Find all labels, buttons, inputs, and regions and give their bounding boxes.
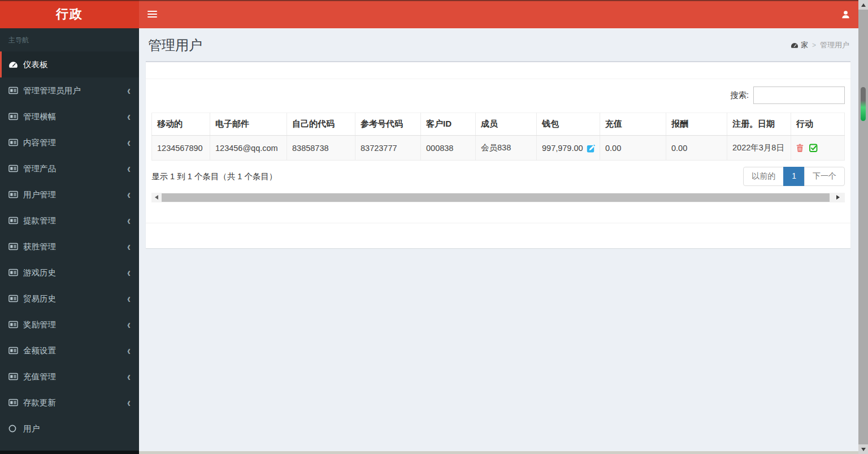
sidebar-item-manage-admin-users[interactable]: 管理管理员用户 ‹ [0, 77, 139, 103]
horizontal-scrollbar-thumb[interactable] [162, 193, 830, 202]
sidebar-item-label: 用户管理 [23, 189, 127, 200]
column-header-member[interactable]: 成员 [476, 113, 537, 136]
approve-user-icon[interactable] [809, 144, 818, 152]
sidebar-item-label: 获胜管理 [23, 241, 127, 252]
cell-member: 会员838 [476, 136, 537, 161]
chevron-left-icon: ‹ [127, 188, 131, 201]
pagination-next-button[interactable]: 下一个 [804, 167, 845, 186]
sidebar-item-users[interactable]: 用户 [0, 416, 139, 442]
newspaper-icon [8, 217, 23, 224]
sidebar-item-label: 用户 [23, 423, 131, 434]
main-area: 管理用户 家 > 管理用户 搜索: [139, 0, 858, 454]
user-menu-button[interactable] [832, 0, 858, 28]
sidebar-item-label: 内容管理 [23, 137, 127, 148]
cell-recharge: 0.00 [600, 136, 666, 161]
scroll-down-button[interactable] [858, 444, 868, 454]
brand-title: 行政 [56, 6, 83, 23]
chevron-left-icon: ‹ [127, 292, 131, 305]
column-header-wallet[interactable]: 钱包 [537, 113, 600, 136]
column-header-mobile[interactable]: 移动的 [152, 113, 210, 136]
chevron-left-icon: ‹ [127, 266, 131, 279]
breadcrumb-current: 管理用户 [820, 40, 849, 50]
sidebar-item-label: 贸易历史 [23, 293, 127, 304]
vertical-scrollbar-thumb[interactable] [861, 87, 866, 121]
sidebar-item-label: 提款管理 [23, 215, 127, 226]
breadcrumb-home-label: 家 [801, 40, 808, 50]
table-footer: 显示 1 到 1 个条目（共 1 个条目） 以前的 1 下一个 [151, 167, 845, 186]
sidebar-item-manage-products[interactable]: 管理产品 ‹ [0, 155, 139, 181]
window-bottom-edge-dark [0, 451, 139, 454]
entries-info: 显示 1 到 1 个条目（共 1 个条目） [151, 171, 277, 182]
arrow-down-icon [861, 448, 866, 451]
chevron-left-icon: ‹ [127, 396, 131, 409]
edit-wallet-icon[interactable] [587, 144, 596, 153]
users-table: 移动的 电子邮件 自己的代码 参考号代码 客户ID 成员 钱包 充值 报酬 注册… [151, 113, 845, 161]
window-bottom-edge-light [139, 451, 858, 454]
column-header-recharge[interactable]: 充值 [600, 113, 666, 136]
top-navbar [139, 0, 858, 28]
sidebar-section-header: 主导航 [0, 28, 139, 51]
sidebar-item-label: 游戏历史 [23, 267, 127, 278]
sidebar-item-game-history[interactable]: 游戏历史 ‹ [0, 260, 139, 286]
search-row: 搜索: [151, 87, 845, 104]
cell-ref-code: 83723777 [355, 136, 421, 161]
column-header-email[interactable]: 电子邮件 [210, 113, 287, 136]
column-header-customer-id[interactable]: 客户ID [421, 113, 476, 136]
newspaper-icon [8, 165, 23, 172]
chevron-left-icon: ‹ [127, 84, 131, 97]
scroll-up-button[interactable] [858, 0, 868, 10]
sidebar-item-winning-management[interactable]: 获胜管理 ‹ [0, 234, 139, 260]
sidebar-item-trade-history[interactable]: 贸易历史 ‹ [0, 286, 139, 312]
card-header [146, 62, 850, 79]
dashboard-gauge-icon [791, 42, 798, 49]
brand-logo[interactable]: 行政 [0, 0, 139, 28]
chevron-left-icon: ‹ [127, 162, 131, 175]
sidebar-item-withdrawal-management[interactable]: 提款管理 ‹ [0, 207, 139, 234]
table-header-row: 移动的 电子邮件 自己的代码 参考号代码 客户ID 成员 钱包 充值 报酬 注册… [152, 113, 845, 136]
sidebar-item-label: 仪表板 [23, 59, 131, 70]
cell-reward: 0.00 [666, 136, 727, 161]
card-body: 搜索: 移动的 电子邮件 自己的代 [146, 79, 850, 223]
circle-icon [8, 425, 23, 433]
column-header-ref-code[interactable]: 参考号代码 [355, 113, 421, 136]
breadcrumb-home-link[interactable]: 家 [791, 40, 808, 50]
newspaper-icon [8, 399, 23, 407]
sidebar-item-dashboard[interactable]: 仪表板 [0, 51, 139, 77]
vertical-scrollbar-track[interactable] [858, 10, 868, 444]
sidebar-item-manage-banners[interactable]: 管理横幅 ‹ [0, 103, 139, 129]
table-row: 1234567890 123456@qq.com 83858738 837237… [152, 136, 845, 161]
scroll-left-arrow-icon[interactable] [155, 195, 158, 200]
user-icon [841, 10, 850, 19]
chevron-left-icon: ‹ [127, 318, 131, 331]
page-title: 管理用户 [148, 36, 202, 54]
cell-mobile: 1234567890 [152, 136, 210, 161]
newspaper-icon [8, 321, 23, 328]
newspaper-icon [8, 191, 23, 198]
delete-user-icon[interactable] [796, 144, 804, 152]
breadcrumb: 家 > 管理用户 [791, 40, 849, 50]
window-top-edge [0, 0, 868, 1]
pagination-previous-button[interactable]: 以前的 [743, 167, 784, 186]
horizontal-scrollbar[interactable] [151, 193, 845, 202]
column-header-own-code[interactable]: 自己的代码 [287, 113, 355, 136]
sidebar-item-label: 充值管理 [23, 371, 127, 382]
column-header-reg-date[interactable]: 注册。日期 [727, 113, 791, 136]
breadcrumb-separator: > [812, 41, 816, 49]
search-input[interactable] [753, 87, 845, 104]
sidebar-item-content-management[interactable]: 内容管理 ‹ [0, 129, 139, 155]
sidebar-item-label: 管理产品 [23, 163, 127, 174]
sidebar-item-recharge-management[interactable]: 充值管理 ‹ [0, 364, 139, 390]
hamburger-icon [147, 10, 157, 19]
column-header-reward[interactable]: 报酬 [666, 113, 727, 136]
pagination-page-1-button[interactable]: 1 [783, 167, 805, 186]
sidebar-toggle-button[interactable] [139, 0, 165, 28]
vertical-scrollbar[interactable] [858, 0, 868, 454]
search-label: 搜索: [730, 90, 749, 101]
scroll-right-arrow-icon[interactable] [836, 195, 840, 200]
sidebar-item-reward-management[interactable]: 奖励管理 ‹ [0, 312, 139, 338]
sidebar-item-amount-settings[interactable]: 金额设置 ‹ [0, 338, 139, 364]
sidebar-item-deposit-update[interactable]: 存款更新 ‹ [0, 390, 139, 416]
sidebar-item-user-management[interactable]: 用户管理 ‹ [0, 181, 139, 207]
sidebar: 行政 主导航 仪表板 管理管理员用户 ‹ 管理横幅 ‹ [0, 0, 139, 454]
column-header-action[interactable]: 行动 [791, 113, 845, 136]
